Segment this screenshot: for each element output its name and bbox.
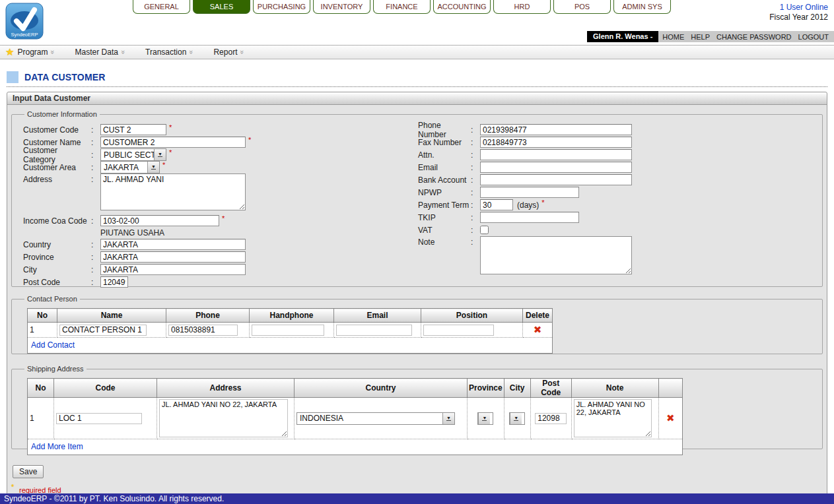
field-label: Address [23, 173, 91, 184]
tab-pos[interactable]: POS [553, 0, 611, 14]
tkip-input[interactable] [480, 212, 579, 223]
home-link[interactable]: HOME [662, 33, 684, 41]
country-input[interactable] [100, 239, 246, 250]
customer-code-input[interactable] [100, 124, 166, 135]
panel-header: Input Data Customer [7, 92, 827, 105]
dropdown-button[interactable]: ▼ [478, 413, 490, 424]
add-more-item-link[interactable]: Add More Item [31, 442, 83, 451]
logout-link[interactable]: LOGOUT [798, 33, 829, 41]
field-row: TKIP [418, 211, 722, 224]
shipping-province-select[interactable]: ▼ [477, 412, 493, 425]
fax-number-input[interactable] [480, 137, 632, 148]
shipping-code-input[interactable] [56, 413, 142, 424]
tab-accounting[interactable]: ACCOUNTING [433, 0, 491, 14]
dropdown-button[interactable]: ▼ [147, 162, 159, 173]
email-input[interactable] [480, 162, 632, 173]
colon [91, 150, 100, 160]
help-link[interactable]: HELP [691, 33, 710, 41]
add-shipping-row: Add More Item [28, 439, 683, 455]
users-online-link[interactable]: 1 User Online [769, 3, 828, 13]
save-button[interactable]: Save [13, 465, 44, 478]
tab-sales[interactable]: SALES [193, 0, 250, 14]
dropdown-button[interactable]: ▼ [154, 149, 166, 160]
page-title-row: DATA CUSTOMER [7, 71, 827, 87]
tab-label: PURCHASING [258, 3, 306, 11]
province-input[interactable] [100, 251, 246, 263]
dropdown-button[interactable]: ▼ [442, 413, 454, 424]
colon [471, 226, 480, 235]
menu-label: Program [17, 47, 48, 57]
menu-item-master-data[interactable]: Master Data » [75, 47, 125, 57]
colon [91, 240, 100, 249]
footer-bar: SyndeoERP - ©2011 by PT. Ken Solusindo. … [0, 493, 834, 504]
contact-handphone-input[interactable] [252, 325, 324, 336]
dropdown-button[interactable]: ▼ [510, 413, 522, 424]
field-row: Bank Account [418, 173, 722, 186]
field-label: Attn. [418, 150, 471, 160]
main-content: DATA CUSTOMER Input Data Customer Custom… [0, 71, 834, 500]
tab-hrd[interactable]: HRD [493, 0, 551, 14]
delete-contact-icon[interactable]: ✖ [534, 324, 542, 335]
field-row: Note [418, 236, 722, 274]
customer-information-fieldset: Customer Information Customer Code * Cus… [11, 110, 823, 287]
field-label: Province [23, 253, 91, 262]
contact-header-row: No Name Phone Handphone Email Position D… [28, 309, 553, 323]
menu-item-report[interactable]: Report » [213, 47, 244, 57]
contact-position-input[interactable] [423, 325, 494, 336]
npwp-input[interactable] [480, 187, 579, 198]
module-tabs: GENERAL SALES PURCHASING INVENTORY FINAN… [133, 0, 671, 14]
menu-label: Transaction [145, 47, 186, 57]
income-coa-code-input[interactable] [100, 215, 219, 226]
colon [91, 163, 100, 172]
vat-checkbox[interactable] [480, 226, 489, 234]
add-contact-row: Add Contact [28, 338, 553, 354]
shipping-post-code-input[interactable] [535, 413, 567, 424]
shipping-address-legend: Shipping Address [24, 365, 87, 373]
column-header: Handphone [250, 309, 334, 323]
column-header: No [28, 309, 57, 323]
required-marker: * [169, 123, 172, 131]
column-header: Province [468, 379, 504, 398]
tab-general[interactable]: GENERAL [133, 0, 190, 14]
contact-phone-input[interactable] [168, 325, 238, 336]
phone-number-input[interactable] [480, 124, 632, 135]
tab-inventory[interactable]: INVENTORY [313, 0, 370, 14]
bank-account-input[interactable] [480, 174, 632, 185]
required-marker: * [222, 214, 225, 222]
contact-email-input[interactable] [336, 325, 412, 336]
customer-area-select[interactable]: JAKARTA ▼ [100, 161, 160, 173]
tab-label: GENERAL [144, 3, 179, 11]
add-contact-link[interactable]: Add Contact [31, 340, 75, 350]
attn-input[interactable] [480, 149, 632, 160]
tab-admin-sys[interactable]: ADMIN SYS [613, 0, 671, 14]
tab-finance[interactable]: FINANCE [373, 0, 431, 14]
colon [471, 236, 480, 247]
tab-label: FINANCE [386, 3, 417, 11]
post-code-input[interactable] [100, 276, 128, 288]
user-bar: Glenn R. Wenas - HOME HELP CHANGE PASSWO… [587, 31, 834, 42]
address-textarea[interactable]: JL. AHMAD YANI [100, 173, 246, 210]
contact-name-input[interactable] [59, 325, 147, 336]
customer-name-input[interactable] [100, 137, 246, 148]
page-title: DATA CUSTOMER [24, 72, 106, 82]
city-input[interactable] [100, 264, 246, 275]
field-label: Email [418, 163, 471, 172]
shipping-note-textarea[interactable]: JL. AHMAD YANI NO 22, JAKARTA [574, 399, 652, 437]
field-row: Post Code [23, 276, 814, 288]
menu-item-transaction[interactable]: Transaction » [145, 47, 193, 57]
menu-item-program[interactable]: Program » [17, 47, 55, 57]
change-password-link[interactable]: CHANGE PASSWORD [716, 33, 791, 41]
column-header: Post Code [530, 379, 571, 398]
shipping-city-select[interactable]: ▼ [509, 412, 525, 425]
selected-value: INDONESIA [297, 414, 442, 423]
colon [91, 173, 100, 184]
customer-info-columns: Customer Code * Customer Name * Customer… [23, 123, 814, 288]
payment-term-input[interactable] [480, 199, 513, 210]
shipping-country-select[interactable]: INDONESIA ▼ [296, 412, 455, 425]
shipping-address-textarea[interactable]: JL. AHMAD YANI NO 22, JAKARTA [159, 399, 288, 437]
customer-category-select[interactable]: PUBLIC SECTOR ▼ [100, 148, 166, 161]
delete-shipping-icon[interactable]: ✖ [666, 412, 675, 424]
shipping-address-fieldset: Shipping Address No Code Address Country… [11, 365, 823, 449]
tab-purchasing[interactable]: PURCHASING [253, 0, 310, 14]
note-textarea[interactable] [480, 236, 632, 274]
